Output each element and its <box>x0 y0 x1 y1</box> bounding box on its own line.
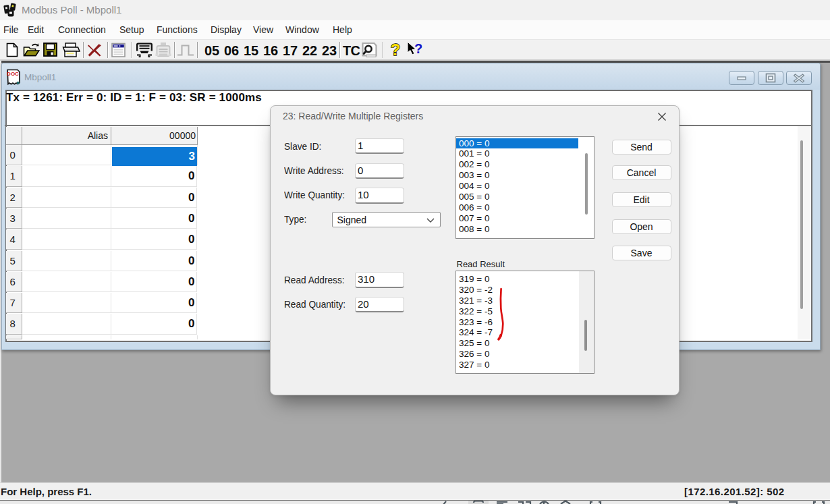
svg-text:DOC: DOC <box>7 71 19 77</box>
svg-text:?: ? <box>391 41 401 59</box>
svg-text:?: ? <box>414 41 422 56</box>
